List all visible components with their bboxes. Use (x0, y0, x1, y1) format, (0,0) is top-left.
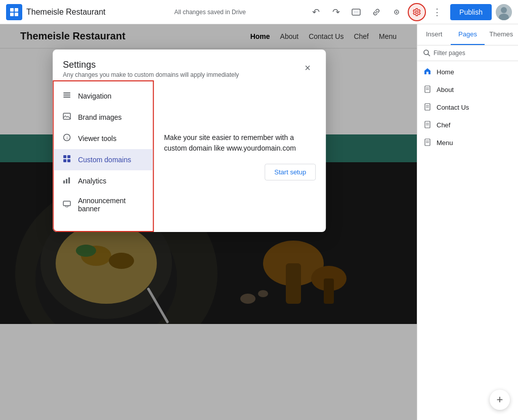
settings-nav-navigation[interactable]: Navigation (54, 85, 153, 107)
menu-page-icon (423, 138, 431, 148)
tab-themes[interactable]: Themes (485, 24, 518, 45)
preview-button[interactable] (347, 3, 365, 21)
settings-nav-analytics[interactable]: Analytics (54, 170, 153, 192)
announcement-label: Announcement banner (78, 197, 145, 213)
settings-nav-announcement[interactable]: Announcement banner (54, 192, 153, 218)
svg-rect-26 (63, 92, 70, 94)
announcement-icon (62, 199, 72, 210)
svg-rect-27 (63, 95, 70, 96)
svg-point-9 (501, 7, 507, 13)
svg-rect-0 (10, 8, 14, 12)
svg-rect-3 (15, 13, 18, 16)
page-item-chef[interactable]: Chef (417, 116, 518, 134)
tab-pages[interactable]: Pages (451, 24, 484, 45)
save-status: All changes saved in Drive (118, 9, 303, 16)
more-button[interactable]: ⋮ (428, 3, 446, 21)
toolbar-icons: ↶ ↷ ⋮ (307, 3, 446, 21)
svg-rect-28 (63, 97, 70, 98)
svg-rect-32 (63, 155, 66, 158)
svg-rect-5 (354, 11, 359, 14)
share-button[interactable] (387, 3, 406, 21)
toolbar: Themeisle Restaurant All changes saved i… (0, 0, 518, 24)
settings-content-area: Make your site easier to remember with a… (154, 80, 326, 232)
settings-sidebar: Navigation Brand images i (53, 80, 154, 232)
settings-modal: Settings Any changes you make to custom … (53, 50, 326, 232)
analytics-icon (62, 175, 72, 186)
modal-body: Navigation Brand images i (53, 80, 326, 232)
modal-close-button[interactable]: × (299, 60, 316, 76)
link-button[interactable] (367, 3, 385, 21)
brand-images-label: Brand images (78, 113, 121, 121)
chef-page-icon (423, 120, 431, 130)
custom-domains-description: Make your site easier to remember with a… (164, 132, 316, 154)
publish-button[interactable]: Publish (450, 4, 492, 20)
navigation-label: Navigation (78, 92, 111, 100)
chef-page-label: Chef (437, 121, 450, 129)
modal-title: Settings (63, 60, 239, 70)
modal-overlay: Settings Any changes you make to custom … (0, 24, 417, 420)
add-page-button[interactable]: + (490, 390, 510, 410)
page-item-about[interactable]: About (417, 81, 518, 99)
svg-rect-39 (63, 201, 70, 206)
tab-insert[interactable]: Insert (417, 24, 451, 45)
svg-rect-36 (63, 180, 65, 183)
app-logo (6, 4, 22, 20)
filter-pages-container: Filter pages (417, 45, 518, 61)
undo-button[interactable]: ↶ (307, 3, 325, 21)
home-page-label: Home (437, 68, 454, 76)
pages-list: Home About Contact Us Chef (417, 61, 518, 154)
svg-rect-38 (68, 177, 70, 183)
svg-rect-35 (67, 159, 70, 162)
settings-nav-brand-images[interactable]: Brand images (54, 107, 153, 128)
modal-header: Settings Any changes you make to custom … (53, 50, 326, 80)
analytics-label: Analytics (78, 177, 106, 185)
add-page-icon: + (497, 393, 503, 406)
right-panel: Insert Pages Themes Filter pages Home Ab… (417, 24, 518, 420)
custom-domains-icon (62, 154, 72, 165)
settings-nav-custom-domains[interactable]: Custom domains (54, 149, 153, 170)
svg-rect-2 (10, 13, 14, 16)
user-avatar[interactable] (496, 4, 512, 20)
contact-page-label: Contact Us (437, 104, 469, 111)
right-panel-tabs: Insert Pages Themes (417, 24, 518, 45)
contact-page-icon (423, 103, 431, 112)
svg-text:i: i (67, 135, 68, 141)
page-item-home[interactable]: Home (417, 63, 518, 81)
navigation-icon (62, 90, 72, 102)
svg-rect-37 (66, 179, 67, 183)
viewer-tools-label: Viewer tools (78, 134, 116, 143)
preview-area: Themeisle Restaurant Home About Contact … (0, 24, 417, 420)
page-item-contact[interactable]: Contact Us (417, 99, 518, 116)
redo-button[interactable]: ↷ (327, 3, 345, 21)
svg-rect-33 (67, 155, 70, 158)
svg-rect-29 (63, 113, 70, 119)
svg-point-7 (396, 11, 398, 13)
doc-title: Themeisle Restaurant (26, 8, 106, 17)
main-area: Themeisle Restaurant Home About Contact … (0, 24, 518, 420)
viewer-tools-icon: i (62, 133, 72, 144)
custom-domains-label: Custom domains (78, 156, 131, 164)
start-setup-button[interactable]: Start setup (265, 164, 316, 180)
brand-images-icon (62, 112, 72, 123)
modal-subtitle: Any changes you make to custom domains w… (63, 71, 239, 78)
page-item-menu[interactable]: Menu (417, 134, 518, 152)
menu-page-label: Menu (437, 139, 453, 147)
settings-nav-viewer-tools[interactable]: i Viewer tools (54, 128, 153, 149)
home-page-icon (423, 67, 431, 77)
settings-button[interactable] (408, 3, 426, 21)
svg-rect-34 (63, 159, 66, 162)
about-page-label: About (437, 86, 454, 94)
svg-rect-1 (15, 8, 18, 12)
about-page-icon (423, 85, 431, 95)
filter-pages-label: Filter pages (434, 50, 465, 57)
